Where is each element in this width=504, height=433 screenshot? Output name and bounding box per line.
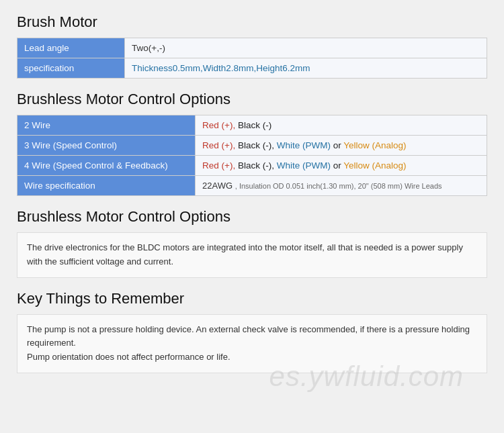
brush-motor-title: Brush Motor	[17, 13, 487, 31]
row-value: Two(+,-)	[125, 38, 487, 58]
or-text: or	[333, 160, 344, 171]
row-label: 3 Wire (Speed Control)	[17, 136, 196, 156]
wire-extra: , Insulation OD 0.051 inch(1.30 mm), 20"…	[235, 182, 442, 190]
row-label: Wire specification	[17, 176, 196, 196]
blue-text: White (PWM)	[277, 140, 331, 150]
black-text: Black (-),	[238, 140, 274, 150]
or-text: or	[333, 140, 344, 150]
key-things-title: Key Things to Remember	[17, 290, 487, 307]
brushless-control-table: 2 Wire Red (+), Black (-) 3 Wire (Speed …	[17, 115, 487, 196]
wire-main: 22AWG	[202, 181, 233, 191]
yellow-text: Yellow (Analog)	[343, 140, 406, 150]
row-label: 4 Wire (Speed Control & Feedback)	[17, 156, 196, 176]
table-row: Lead angle Two(+,-)	[17, 38, 487, 58]
row-label: Lead angle	[17, 38, 125, 58]
row-label: specification	[17, 58, 125, 79]
key-things-item-2: Pump orientation does not affect perform…	[27, 350, 477, 365]
brushless-control-title-1: Brushless Motor Control Options	[17, 91, 487, 108]
brushless-description-box: The drive electronics for the BLDC motor…	[17, 232, 487, 278]
red-text: Red (+),	[202, 120, 235, 130]
key-things-item-1: The pump is not a pressure holding devic…	[27, 323, 477, 351]
table-row: 3 Wire (Speed Control) Red (+), Black (-…	[17, 136, 487, 156]
row-label: 2 Wire	[17, 115, 196, 136]
yellow-text: Yellow (Analog)	[343, 160, 406, 171]
row-value: Red (+), Black (-), White (PWM) or Yello…	[196, 136, 487, 156]
key-things-box: The pump is not a pressure holding devic…	[17, 314, 487, 373]
red-text: Red (+),	[202, 140, 235, 150]
black-text: Black (-),	[238, 160, 274, 171]
red-text: Red (+),	[202, 160, 235, 171]
table-row: Wire specification 22AWG , Insulation OD…	[17, 176, 487, 196]
row-value: Thickness0.5mm,Width2.8mm,Height6.2mm	[125, 58, 487, 79]
spec-value: Thickness0.5mm,Width2.8mm,Height6.2mm	[132, 63, 310, 73]
row-value: Red (+), Black (-)	[196, 115, 487, 136]
table-row: 4 Wire (Speed Control & Feedback) Red (+…	[17, 156, 487, 176]
row-value: 22AWG , Insulation OD 0.051 inch(1.30 mm…	[196, 176, 487, 196]
brush-motor-table: Lead angle Two(+,-) specification Thickn…	[17, 38, 487, 79]
brushless-description-title: Brushless Motor Control Options	[17, 208, 487, 226]
blue-text: White (PWM)	[277, 160, 331, 171]
table-row: 2 Wire Red (+), Black (-)	[17, 115, 487, 136]
brushless-description-text: The drive electronics for the BLDC motor…	[27, 241, 477, 269]
table-row: specification Thickness0.5mm,Width2.8mm,…	[17, 58, 487, 79]
black-text: Black (-)	[238, 120, 271, 130]
row-value: Red (+), Black (-), White (PWM) or Yello…	[196, 156, 487, 176]
